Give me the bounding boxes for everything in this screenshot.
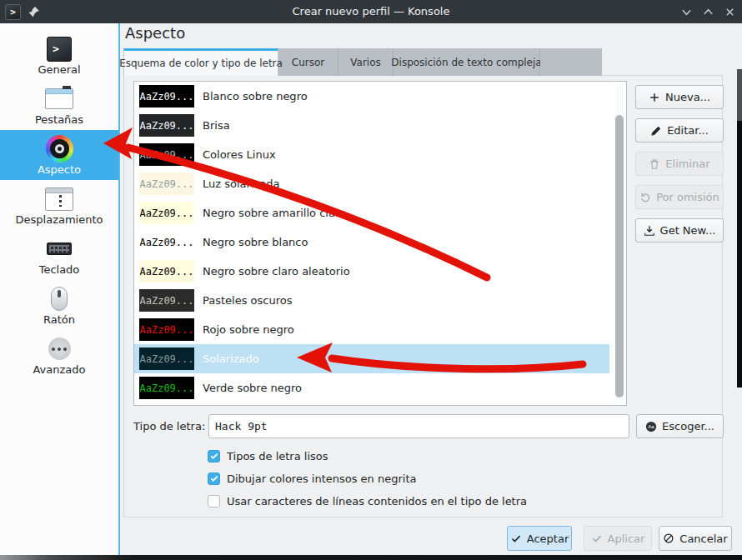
eliminar-button[interactable]: Eliminar xyxy=(635,152,724,176)
sidebar-item-aspecto[interactable]: Aspecto xyxy=(0,130,118,180)
checkbox-row-dibujar-colores-intensos[interactable]: Dibujar colores intensos en negrita xyxy=(208,472,417,485)
chevron-up-icon xyxy=(703,7,714,18)
minimize-button[interactable] xyxy=(680,6,692,18)
button-label: Aceptar xyxy=(527,532,569,545)
checkbox[interactable] xyxy=(208,472,220,485)
window-title: Crear nuevo perfil — Konsole xyxy=(0,0,742,23)
sidebar-item-label: Desplazamiento xyxy=(0,213,118,226)
button-label: Get New... xyxy=(660,224,716,237)
tab-disposicion-de-texto-compleja[interactable]: Disposición de texto compleja xyxy=(394,48,540,76)
scheme-row-blanco-sobre-negro[interactable]: AaZz09... Blanco sobre negro xyxy=(134,82,609,111)
font-input[interactable]: Hack 9pt xyxy=(208,414,629,438)
color-wheel-icon xyxy=(46,135,73,162)
button-label: Por omisión xyxy=(656,191,719,203)
scheme-preview-swatch: AaZz09... xyxy=(139,202,194,224)
plus-icon xyxy=(649,92,660,103)
checkbox[interactable] xyxy=(208,495,220,508)
scheme-row-solarizado[interactable]: AaZz09... Solarizado xyxy=(134,344,609,373)
button-label: Editar... xyxy=(667,124,709,137)
button-label: Aplicar xyxy=(608,532,645,545)
aplicar-button[interactable]: Aplicar xyxy=(584,526,652,551)
scheme-name: Solarizado xyxy=(203,352,259,365)
sidebar-item-general[interactable]: General xyxy=(0,30,118,80)
scheme-row-rojo-sobre-negro[interactable]: AaZz09... Rojo sobre negro xyxy=(134,315,609,344)
scheme-row-negro-sobre-amarillo-claro[interactable]: AaZz09... Negro sobre amarillo claro xyxy=(134,198,609,228)
background-edge-strip xyxy=(737,69,742,388)
tab-esquema-de-color-y-tipo-de-letra[interactable]: Esquema de color y tipo de letra xyxy=(123,48,278,76)
scheme-name: Brisa xyxy=(203,119,230,132)
scheme-preview-swatch: AaZz09... xyxy=(139,348,194,370)
page-title: Aspecto xyxy=(125,24,185,42)
tab-cursor[interactable]: Cursor xyxy=(278,48,338,76)
tabs-window-icon xyxy=(45,88,73,109)
cancelar-button[interactable]: Cancelar xyxy=(659,526,732,551)
scheme-preview-swatch: AaZz09... xyxy=(139,114,194,137)
download-icon xyxy=(644,225,655,237)
editar-button[interactable]: Editar... xyxy=(635,118,724,142)
titlebar[interactable]: Crear nuevo perfil — Konsole xyxy=(0,0,742,23)
get-new-button[interactable]: Get New... xyxy=(635,218,724,242)
scheme-row-luz-solarizada[interactable]: AaZz09... Luz solarizada xyxy=(134,169,609,198)
sidebar-item-raton[interactable]: Ratón xyxy=(0,280,118,330)
scheme-row-pasteles-oscuros[interactable]: AaZz09... Pasteles oscuros xyxy=(134,286,609,315)
maximize-button[interactable] xyxy=(702,6,714,18)
scheme-preview-swatch: AaZz09... xyxy=(139,377,194,399)
scheme-name: Blanco sobre negro xyxy=(203,90,308,102)
checkbox-row-usar-caracteres-de[interactable]: Usar caracteres de líneas contenidos en … xyxy=(208,494,527,508)
scheme-name: Rojo sobre negro xyxy=(203,323,294,336)
tab-varios[interactable]: Varios xyxy=(338,48,394,76)
scheme-row-negro-sobre-blanco[interactable]: AaZz09... Negro sobre blanco xyxy=(134,228,609,257)
trash-icon xyxy=(649,158,660,170)
pin-icon[interactable] xyxy=(28,6,40,18)
scheme-row-brisa[interactable]: AaZz09... Brisa xyxy=(134,111,609,140)
scheme-name: Negro sobre claro aleatorio xyxy=(203,265,350,278)
sidebar-item-label: Ratón xyxy=(0,313,118,326)
sidebar-item-label: Teclado xyxy=(0,263,118,276)
scheme-preview-swatch: AaZz09... xyxy=(139,318,194,341)
sidebar-item-label: Pestañas xyxy=(0,113,118,126)
nueva-button[interactable]: Nueva... xyxy=(635,85,724,109)
sidebar-item-pestanas[interactable]: Pestañas xyxy=(0,80,118,130)
scheme-preview-swatch: AaZz09... xyxy=(139,143,194,166)
pencil-icon xyxy=(650,125,662,137)
color-scheme-list[interactable]: AaZz09... Blanco sobre negro AaZz09... B… xyxy=(133,81,627,406)
scheme-row-colores-linux[interactable]: AaZz09... Colores Linux xyxy=(134,140,609,169)
dialog-window: Crear nuevo perfil — Konsole xyxy=(0,0,742,560)
undo-icon xyxy=(639,192,651,203)
sidebar-item-teclado[interactable]: Teclado xyxy=(0,230,118,280)
bottom-panel-strip xyxy=(0,555,742,560)
scheme-preview-swatch: AaZz09... xyxy=(139,289,194,312)
scheme-name: Negro sobre amarillo claro xyxy=(203,207,346,219)
scheme-name: Negro sobre blanco xyxy=(203,236,308,248)
checkbox-row-tipos-de-letra[interactable]: Tipos de letra lisos xyxy=(208,449,328,462)
tabbar-filler xyxy=(540,48,602,76)
choose-font-button[interactable]: Aa Escoger... xyxy=(636,414,724,438)
scheme-name: Colores Linux xyxy=(203,148,276,161)
scheme-row-negro-sobre-claro-aleatorio[interactable]: AaZz09... Negro sobre claro aleatorio xyxy=(134,257,609,286)
keyboard-icon xyxy=(47,242,72,255)
sidebar-item-avanzado[interactable]: Avanzado xyxy=(0,330,118,380)
scheme-preview-swatch: AaZz09... xyxy=(139,85,194,108)
scheme-preview-swatch: AaZz09... xyxy=(139,172,194,195)
aceptar-button[interactable]: Aceptar xyxy=(507,526,572,551)
scrollbar[interactable] xyxy=(615,83,624,403)
sidebar-item-label: Aspecto xyxy=(0,163,118,176)
close-button[interactable] xyxy=(724,6,735,18)
mouse-icon xyxy=(51,287,68,311)
scheme-name: Pasteles oscuros xyxy=(203,294,293,307)
checkbox[interactable] xyxy=(208,450,220,462)
por-omision-button[interactable]: Por omisión xyxy=(635,185,724,209)
sidebar-separator xyxy=(118,23,120,555)
scheme-row-verde-sobre-negro[interactable]: AaZz09... Verde sobre negro xyxy=(134,373,609,402)
scheme-name: Verde sobre negro xyxy=(203,382,302,394)
scrollbar-window-icon xyxy=(45,188,73,211)
sidebar: General Pestañas Aspecto Desplazamiento … xyxy=(0,23,118,555)
sidebar-item-label: General xyxy=(0,63,118,76)
scheme-name: Luz solarizada xyxy=(203,178,279,190)
close-icon xyxy=(724,7,735,18)
scheme-preview-swatch: AaZz09... xyxy=(139,231,194,253)
chevron-down-icon xyxy=(681,7,692,18)
sidebar-item-label: Avanzado xyxy=(0,363,118,376)
scrollbar-thumb[interactable] xyxy=(615,115,624,398)
sidebar-item-desplazamiento[interactable]: Desplazamiento xyxy=(0,180,118,230)
